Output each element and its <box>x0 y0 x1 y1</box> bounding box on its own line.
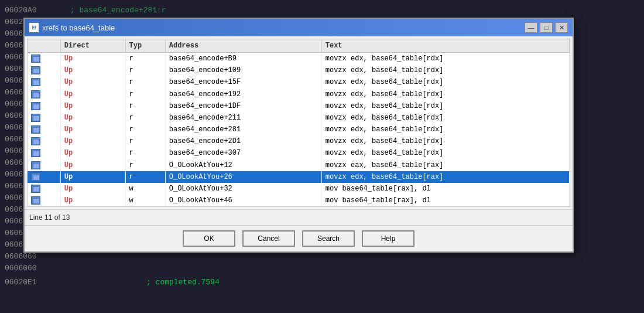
row-text: movzx edx, base64_table[rdx] <box>321 53 569 65</box>
col-header-text: Text <box>321 39 569 53</box>
table-row[interactable]: Uprbase64_encode+307movzx edx, base64_ta… <box>28 147 570 159</box>
table-row[interactable]: UpwO_OLookAtYou+46mov base64_table[rax],… <box>28 195 570 206</box>
row-type: r <box>125 124 165 135</box>
table-row[interactable]: UprO_OLookAtYou+26movzx edx, base64_tabl… <box>28 171 570 183</box>
title-controls: — □ ✕ <box>525 22 568 33</box>
xref-icon <box>31 102 40 110</box>
row-text: movzx edx, base64_table[rdx] <box>321 124 569 135</box>
row-icon-cell <box>28 76 60 88</box>
row-text: movzx edx, base64_table[rdx] <box>321 89 569 100</box>
search-button[interactable]: Search <box>302 230 355 247</box>
xref-icon <box>31 114 40 122</box>
table-row[interactable]: Uprbase64_encode+15Fmovzx edx, base64_ta… <box>28 76 570 88</box>
row-address: base64_encode+15F <box>165 76 321 88</box>
xref-icon <box>31 137 40 145</box>
col-header-icon <box>28 39 60 53</box>
row-type: r <box>125 112 165 124</box>
row-type: r <box>125 89 165 100</box>
status-text: Line 11 of 13 <box>29 213 70 222</box>
row-type: r <box>125 159 165 171</box>
table-row[interactable]: UpwO_OLookAtYou+32mov base64_table[rax],… <box>28 183 570 195</box>
row-address: O_OLookAtYou+46 <box>165 195 321 206</box>
row-direct: Up <box>60 171 125 183</box>
row-direct: Up <box>60 53 125 65</box>
row-icon-cell <box>28 171 60 183</box>
row-type: r <box>125 171 165 183</box>
row-text: movzx edx, base64_table[rax] <box>321 171 569 183</box>
row-address: base64_encode+2D1 <box>165 135 321 147</box>
table-row[interactable]: Uprbase64_encode+109movzx edx, base64_ta… <box>28 64 570 76</box>
dialog-title-bar: ⊞ xrefs to base64_table — □ ✕ <box>25 19 573 36</box>
row-text: mov base64_table[rax], dl <box>321 195 569 206</box>
row-direct: Up <box>60 112 125 124</box>
row-direct: Up <box>60 124 125 135</box>
row-direct: Up <box>60 89 125 100</box>
row-icon-cell <box>28 64 60 76</box>
row-address: O_OLookAtYou+12 <box>165 159 321 171</box>
row-type: r <box>125 64 165 76</box>
row-icon-cell <box>28 53 60 65</box>
xrefs-table: Direct Typ Address Text Uprbase64_encode… <box>28 39 570 206</box>
row-direct: Up <box>60 195 125 206</box>
row-address: base64_encode+1DF <box>165 100 321 112</box>
table-row[interactable]: Uprbase64_encode+B9movzx edx, base64_tab… <box>28 53 570 65</box>
row-address: base64_encode+211 <box>165 112 321 124</box>
table-header-row: Direct Typ Address Text <box>28 39 570 53</box>
row-direct: Up <box>60 147 125 159</box>
button-bar: OK Cancel Search Help <box>25 225 573 251</box>
row-text: mov base64_table[rax], dl <box>321 183 569 195</box>
help-button[interactable]: Help <box>362 230 415 247</box>
xrefs-dialog: ⊞ xrefs to base64_table — □ ✕ Direct Typ… <box>23 18 574 253</box>
table-row[interactable]: Uprbase64_encode+192movzx edx, base64_ta… <box>28 89 570 100</box>
row-type: r <box>125 147 165 159</box>
row-text: movzx eax, base64_table[rax] <box>321 159 569 171</box>
row-type: r <box>125 53 165 65</box>
row-type: r <box>125 76 165 88</box>
row-direct: Up <box>60 100 125 112</box>
table-row[interactable]: Uprbase64_encode+211movzx edx, base64_ta… <box>28 112 570 124</box>
xrefs-table-container[interactable]: Direct Typ Address Text Uprbase64_encode… <box>27 39 570 207</box>
col-header-direct: Direct <box>60 39 125 53</box>
row-address: base64_encode+B9 <box>165 53 321 65</box>
close-button[interactable]: ✕ <box>555 22 568 33</box>
xref-icon <box>31 55 40 63</box>
row-text: movzx edx, base64_table[rdx] <box>321 64 569 76</box>
xref-icon <box>31 161 40 169</box>
xref-icon <box>31 78 40 86</box>
row-text: movzx edx, base64_table[rdx] <box>321 112 569 124</box>
row-icon-cell <box>28 183 60 195</box>
row-icon-cell <box>28 112 60 124</box>
status-bar: Line 11 of 13 <box>25 209 573 225</box>
xref-icon <box>31 66 40 74</box>
col-header-type: Typ <box>125 39 165 53</box>
table-row[interactable]: Uprbase64_encode+1DFmovzx edx, base64_ta… <box>28 100 570 112</box>
cancel-button[interactable]: Cancel <box>242 230 295 247</box>
row-type: w <box>125 183 165 195</box>
table-row[interactable]: UprO_OLookAtYou+12movzx eax, base64_tabl… <box>28 159 570 171</box>
maximize-button[interactable]: □ <box>540 22 553 33</box>
table-row[interactable]: Uprbase64_encode+281movzx edx, base64_ta… <box>28 124 570 135</box>
row-type: r <box>125 100 165 112</box>
table-row[interactable]: Uprbase64_encode+2D1movzx edx, base64_ta… <box>28 135 570 147</box>
row-address: base64_encode+307 <box>165 147 321 159</box>
row-icon-cell <box>28 89 60 100</box>
row-direct: Up <box>60 76 125 88</box>
row-type: r <box>125 135 165 147</box>
row-address: base64_encode+281 <box>165 124 321 135</box>
xref-icon <box>31 185 40 193</box>
minimize-button[interactable]: — <box>525 22 537 33</box>
row-icon-cell <box>28 100 60 112</box>
row-text: movzx edx, base64_table[rdx] <box>321 135 569 147</box>
xref-icon <box>31 196 40 205</box>
dialog-icon: ⊞ <box>29 23 39 32</box>
row-address: O_OLookAtYou+32 <box>165 183 321 195</box>
xref-icon <box>31 125 40 134</box>
xref-icon <box>31 90 40 98</box>
row-direct: Up <box>60 159 125 171</box>
row-type: w <box>125 195 165 206</box>
title-bar-left: ⊞ xrefs to base64_table <box>29 23 115 32</box>
ok-button[interactable]: OK <box>183 230 235 247</box>
dialog-title: xrefs to base64_table <box>42 23 115 32</box>
row-text: movzx edx, base64_table[rdx] <box>321 147 569 159</box>
row-icon-cell <box>28 124 60 135</box>
